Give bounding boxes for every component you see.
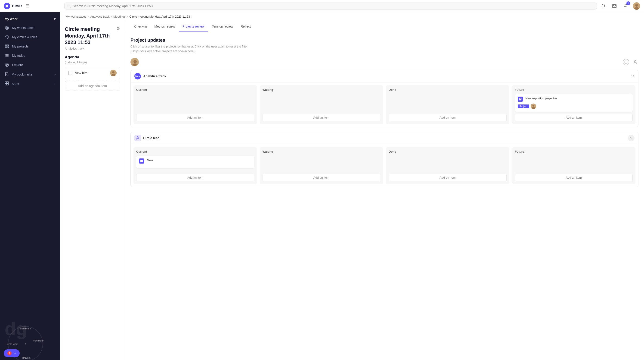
- col-title-waiting: Waiting: [262, 88, 380, 92]
- sidebar-item-my-circles[interactable]: My circles & roles: [0, 33, 60, 42]
- topbar: nestr ☰ 1: [0, 0, 644, 12]
- add-item-future[interactable]: Add an item: [515, 114, 633, 121]
- breadcrumb-sep-3: ›: [127, 15, 128, 18]
- circle-filter-icon[interactable]: [623, 59, 629, 65]
- svg-rect-14: [8, 47, 8, 48]
- app-name: nestr: [12, 4, 22, 8]
- svg-point-9: [7, 37, 8, 39]
- circle-lead-icon: [134, 135, 141, 141]
- user-avatar[interactable]: [633, 2, 640, 10]
- main-layout: My work ▾ My workspaces My circles & rol…: [0, 12, 644, 360]
- card-new-icon: [139, 158, 144, 163]
- search-bar[interactable]: [64, 3, 597, 10]
- svg-point-8: [6, 36, 7, 37]
- add-item-waiting[interactable]: Add an item: [262, 114, 380, 121]
- tab-check-in[interactable]: Check-in: [130, 21, 150, 32]
- notifications-button[interactable]: [600, 2, 607, 10]
- user-avatar-filter[interactable]: [130, 58, 139, 66]
- svg-rect-13: [5, 47, 6, 48]
- agenda-title: Agenda: [65, 55, 120, 60]
- sidebar-item-my-projects[interactable]: My projects: [0, 42, 60, 51]
- breadcrumb: My workspaces › Analytics track › Meetin…: [60, 12, 644, 21]
- flag-badge: 1: [626, 2, 630, 5]
- chat-button[interactable]: 1 ···: [4, 349, 20, 357]
- agenda-checkbox[interactable]: [68, 71, 72, 75]
- add-agenda-button[interactable]: Add an agenda item: [65, 81, 120, 91]
- add-item-cl-future[interactable]: Add an item: [515, 174, 633, 182]
- kanban-col-cl-future: Future Add an item: [512, 147, 636, 184]
- svg-rect-22: [5, 84, 7, 85]
- svg-text:Secretary: Secretary: [20, 327, 31, 330]
- group-count: 13: [631, 75, 634, 78]
- sidebar-item-label: My circles & roles: [12, 35, 38, 39]
- svg-point-31: [112, 71, 114, 73]
- card-avatar: [531, 104, 536, 109]
- question-icon[interactable]: ?: [628, 135, 634, 141]
- tabs: Check-in Metrics review Projects review …: [125, 21, 644, 32]
- kanban-card-new[interactable]: New: [136, 156, 254, 168]
- sidebar-item-my-workspaces[interactable]: My workspaces: [0, 23, 60, 33]
- two-panel: Circle meeting Monday, April 17th 2023 1…: [60, 21, 644, 360]
- breadcrumb-meetings[interactable]: Meetings: [113, 15, 126, 18]
- col-title-done: Done: [388, 88, 506, 92]
- meeting-subtitle: Analytics track: [65, 47, 120, 50]
- svg-point-0: [68, 5, 70, 7]
- svg-point-39: [532, 105, 534, 107]
- kanban-col-cl-current: Current New Add an item: [134, 147, 257, 184]
- bookmarks-icon: [5, 72, 9, 77]
- card-project-icon: [518, 97, 523, 102]
- card-tag: Project: [518, 104, 529, 108]
- add-item-cl-waiting[interactable]: Add an item: [262, 174, 380, 182]
- add-item-done[interactable]: Add an item: [388, 114, 506, 121]
- logo-icon: [4, 3, 10, 9]
- person-filter-icon[interactable]: [632, 59, 638, 65]
- sidebar-item-apps[interactable]: Apps ›: [0, 79, 60, 88]
- breadcrumb-workspaces[interactable]: My workspaces: [66, 15, 86, 18]
- tab-metrics-review[interactable]: Metrics review: [150, 21, 178, 32]
- settings-button[interactable]: ⚙: [116, 26, 120, 31]
- sidebar-item-explore[interactable]: Explore: [0, 60, 60, 70]
- sidebar-item-my-todos[interactable]: My todos: [0, 51, 60, 60]
- circles-icon: [5, 35, 9, 39]
- kanban-col-done: Done Add an item: [386, 85, 509, 124]
- svg-point-25: [25, 343, 26, 344]
- apps-chevron-icon: ›: [54, 82, 56, 85]
- chevron-right-icon: ›: [54, 73, 56, 76]
- group-name: Analytics track: [143, 74, 166, 78]
- svg-marker-19: [6, 64, 8, 66]
- search-input[interactable]: [73, 4, 594, 8]
- left-panel: Circle meeting Monday, April 17th 2023 1…: [60, 21, 125, 360]
- project-group-header: Nes Analytics track 13: [131, 70, 638, 82]
- breadcrumb-end-chevron: ›: [191, 15, 192, 18]
- svg-text:Circle lead: Circle lead: [6, 343, 18, 345]
- flag-button[interactable]: 1: [622, 2, 629, 10]
- sidebar-item-label: My projects: [12, 45, 29, 48]
- sidebar-bottom: dg Secretary Circle lead Facilitator Rep…: [0, 314, 60, 360]
- user-avatars: [130, 58, 139, 66]
- tab-reflect[interactable]: Reflect: [237, 21, 254, 32]
- card-tags: Project: [518, 104, 630, 109]
- add-item-cl-done[interactable]: Add an item: [388, 174, 506, 182]
- add-item-cl-current[interactable]: Add an item: [136, 174, 254, 182]
- kanban-card[interactable]: New reporting page live Project: [515, 94, 633, 112]
- svg-rect-11: [5, 45, 6, 46]
- tab-projects-review[interactable]: Projects review: [179, 21, 208, 32]
- agenda-subtitle: (0 done, 1 to go): [65, 61, 120, 64]
- my-work-section[interactable]: My work ▾: [0, 15, 60, 23]
- user-filter: [130, 58, 638, 66]
- breadcrumb-current: Circle meeting Monday, April 17th 2023 1…: [129, 15, 190, 18]
- breadcrumb-analytics[interactable]: Analytics track: [90, 15, 110, 18]
- sidebar-item-bookmarks[interactable]: My bookmarks ›: [0, 70, 60, 79]
- hamburger-icon[interactable]: ☰: [26, 4, 30, 9]
- add-item-current[interactable]: Add an item: [136, 114, 254, 121]
- circle-lead-group-header: Circle lead ?: [131, 132, 638, 144]
- circle-lead-name: Circle lead: [143, 136, 160, 140]
- explore-icon: [5, 63, 9, 67]
- chat-label: ···: [14, 352, 16, 355]
- messages-button[interactable]: [611, 2, 618, 10]
- sidebar: My work ▾ My workspaces My circles & rol…: [0, 12, 60, 360]
- svg-point-34: [134, 60, 137, 63]
- chat-badge: 1: [8, 351, 12, 355]
- tab-tension-review[interactable]: Tension review: [208, 21, 237, 32]
- svg-point-18: [5, 63, 9, 67]
